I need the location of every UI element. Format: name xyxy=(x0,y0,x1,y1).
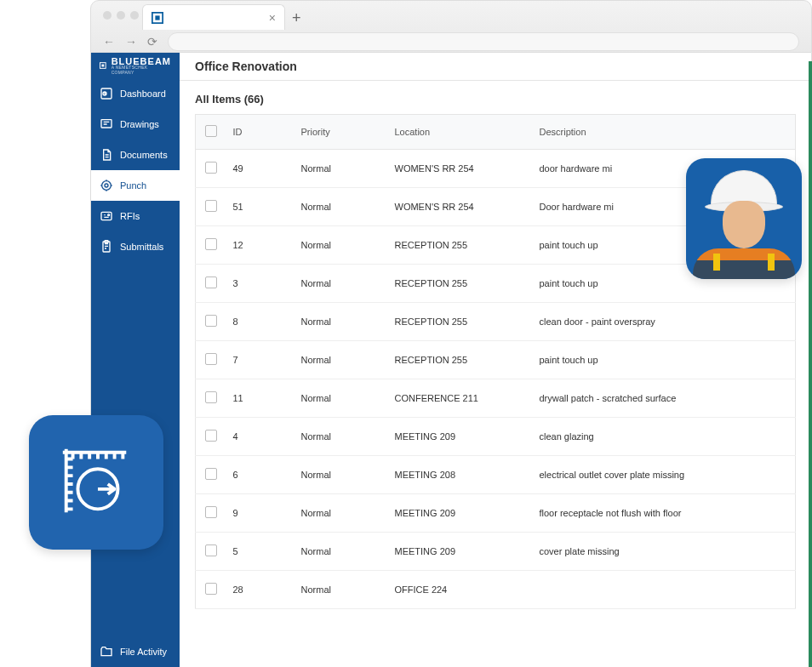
cell-description: drywall patch - scratched surface xyxy=(533,379,796,418)
table-row[interactable]: 6NormalMEETING 208electrical outlet cove… xyxy=(196,456,796,494)
right-edge-accent xyxy=(809,61,812,667)
row-checkbox[interactable] xyxy=(205,506,217,518)
table-row[interactable]: 5NormalMEETING 209cover plate missing xyxy=(196,533,796,571)
svg-rect-9 xyxy=(101,212,112,219)
traffic-light-minimize[interactable] xyxy=(117,11,125,20)
svg-rect-3 xyxy=(101,65,104,67)
brand-text-wrap: BLUEBEAM A NEMETSCHEK COMPANY xyxy=(112,56,171,75)
row-checkbox-cell xyxy=(196,150,226,188)
close-tab-icon[interactable]: × xyxy=(269,11,276,25)
ruler-compass-icon xyxy=(54,441,138,524)
sidebar-item-dashboard[interactable]: Dashboard xyxy=(91,78,180,109)
cell-location: RECEPTION 255 xyxy=(388,303,533,341)
sidebar-item-drawings[interactable]: Drawings xyxy=(91,109,180,140)
row-checkbox[interactable] xyxy=(205,468,217,480)
measurement-app-tile[interactable] xyxy=(29,415,163,550)
col-priority[interactable]: Priority xyxy=(294,115,388,150)
cell-priority: Normal xyxy=(294,150,388,188)
sidebar-item-rfis[interactable]: RFIs xyxy=(91,201,180,231)
cell-id: 6 xyxy=(226,456,294,494)
row-checkbox[interactable] xyxy=(205,544,217,556)
row-checkbox[interactable] xyxy=(205,315,217,327)
brand-logo[interactable]: BLUEBEAM A NEMETSCHEK COMPANY xyxy=(91,53,180,78)
browser-chrome: × + ← → ⟳ xyxy=(90,0,812,53)
col-checkbox xyxy=(196,115,226,150)
row-checkbox[interactable] xyxy=(205,238,217,250)
cell-description: clean glazing xyxy=(533,418,796,456)
row-checkbox-cell xyxy=(196,188,226,226)
cell-description: cover plate missing xyxy=(533,533,796,571)
table-row[interactable]: 28NormalOFFICE 224 xyxy=(196,571,796,609)
cell-priority: Normal xyxy=(294,265,388,303)
cell-id: 7 xyxy=(226,341,294,379)
avatar-card xyxy=(686,158,802,279)
cell-location: WOMEN'S RR 254 xyxy=(388,150,533,188)
new-tab-button[interactable]: + xyxy=(292,9,301,27)
cell-id: 51 xyxy=(226,188,294,226)
traffic-light-close[interactable] xyxy=(103,11,112,20)
browser-nav-row: ← → ⟳ xyxy=(91,30,811,54)
drawings-icon xyxy=(100,117,113,131)
cell-id: 8 xyxy=(226,303,294,341)
sidebar-item-label: Punch xyxy=(120,180,146,191)
table-row[interactable]: 8NormalRECEPTION 255clean door - paint o… xyxy=(196,303,796,341)
cell-description: paint touch up xyxy=(533,341,796,379)
traffic-light-zoom[interactable] xyxy=(130,11,139,20)
folder-icon xyxy=(100,645,113,658)
table-header-row: ID Priority Location Description xyxy=(196,115,796,150)
cell-id: 4 xyxy=(226,418,294,456)
nav-reload-icon[interactable]: ⟳ xyxy=(147,35,157,48)
cell-location: OFFICE 224 xyxy=(388,571,533,609)
cell-location: RECEPTION 255 xyxy=(388,265,533,303)
sidebar-item-punch[interactable]: Punch xyxy=(91,170,180,201)
row-checkbox[interactable] xyxy=(205,276,217,288)
col-description[interactable]: Description xyxy=(533,115,796,150)
svg-point-8 xyxy=(105,184,108,187)
row-checkbox[interactable] xyxy=(205,583,217,595)
app-frame: BLUEBEAM A NEMETSCHEK COMPANY Dashboard … xyxy=(90,53,812,667)
table-row[interactable]: 9NormalMEETING 209floor receptacle not f… xyxy=(196,494,796,533)
bluebeam-logo-icon xyxy=(100,59,106,72)
row-checkbox-cell xyxy=(196,571,226,609)
browser-tab[interactable]: × xyxy=(142,4,285,30)
documents-icon xyxy=(100,148,113,162)
cell-priority: Normal xyxy=(294,571,388,609)
cell-description: floor receptacle not flush with floor xyxy=(533,494,796,533)
row-checkbox[interactable] xyxy=(205,200,217,212)
sidebar-item-submittals[interactable]: Submittals xyxy=(91,231,180,262)
cell-location: MEETING 209 xyxy=(388,494,533,533)
table-row[interactable]: 4NormalMEETING 209clean glazing xyxy=(196,418,796,456)
select-all-checkbox[interactable] xyxy=(205,125,217,137)
sidebar-item-documents[interactable]: Documents xyxy=(91,140,180,170)
address-bar[interactable] xyxy=(168,32,799,51)
subheader: All Items (66) xyxy=(180,81,811,114)
cell-id: 11 xyxy=(226,379,294,418)
sidebar-item-file-activity[interactable]: File Activity xyxy=(91,636,180,667)
main-content: Office Renovation All Items (66) ID Prio… xyxy=(180,53,811,667)
cell-id: 3 xyxy=(226,265,294,303)
nav-back-icon[interactable]: ← xyxy=(103,35,115,48)
nav-forward-icon[interactable]: → xyxy=(125,35,137,48)
row-checkbox[interactable] xyxy=(205,162,217,174)
cell-priority: Normal xyxy=(294,494,388,533)
cell-id: 5 xyxy=(226,533,294,571)
table-row[interactable]: 7NormalRECEPTION 255paint touch up xyxy=(196,341,796,379)
row-checkbox[interactable] xyxy=(205,391,217,403)
col-id[interactable]: ID xyxy=(226,115,294,150)
row-checkbox[interactable] xyxy=(205,430,217,442)
construction-worker-avatar xyxy=(686,158,802,279)
svg-point-10 xyxy=(108,214,110,216)
cell-priority: Normal xyxy=(294,418,388,456)
cell-priority: Normal xyxy=(294,226,388,265)
cell-priority: Normal xyxy=(294,303,388,341)
table-row[interactable]: 11NormalCONFERENCE 211drywall patch - sc… xyxy=(196,379,796,418)
brand-sub: A NEMETSCHEK COMPANY xyxy=(112,65,171,75)
submittals-icon xyxy=(100,240,113,254)
svg-rect-1 xyxy=(155,15,159,20)
col-location[interactable]: Location xyxy=(388,115,533,150)
cell-description: electrical outlet cover plate missing xyxy=(533,456,796,494)
items-count: All Items (66) xyxy=(195,93,796,105)
row-checkbox[interactable] xyxy=(205,353,217,365)
punch-icon xyxy=(100,179,113,192)
cell-description: clean door - paint overspray xyxy=(533,303,796,341)
